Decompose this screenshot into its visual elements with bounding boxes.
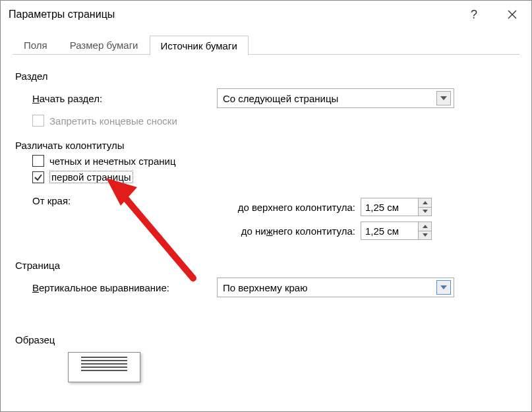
header-distance-value: 1,25 см <box>361 198 418 216</box>
chevron-down-icon <box>436 280 451 295</box>
header-distance-label: до верхнего колонтитула: <box>210 202 355 213</box>
valign-value: По верхнему краю <box>223 282 307 293</box>
footer-distance-spinner[interactable]: 1,25 см <box>361 221 432 240</box>
close-button[interactable] <box>493 1 531 28</box>
window-title: Параметры страницы <box>9 9 115 20</box>
titlebar-buttons: ? <box>455 1 531 28</box>
section-start-label: Начать раздел: <box>32 93 217 104</box>
group-headers-title: Различать колонтитулы <box>15 140 517 151</box>
header-distance-spinner[interactable]: 1,25 см <box>361 198 432 216</box>
spin-down-icon[interactable] <box>419 207 431 216</box>
odd-even-label: четных и нечетных страниц <box>49 156 176 167</box>
tab-margins[interactable]: Поля <box>13 35 59 55</box>
tab-paper-source[interactable]: Источник бумаги <box>150 36 249 55</box>
group-section-title: Раздел <box>15 71 517 82</box>
first-page-label: первой страницы <box>49 171 133 183</box>
suppress-endnotes-label: Запретить концевые сноски <box>49 115 177 127</box>
spin-down-icon[interactable] <box>419 231 431 240</box>
footer-distance-value: 1,25 см <box>361 222 418 239</box>
section-start-combo[interactable]: Со следующей страницы <box>217 88 454 108</box>
odd-even-checkbox[interactable] <box>32 155 44 167</box>
spin-up-icon[interactable] <box>419 198 431 207</box>
valign-label: Вертикальное выравнивание: <box>32 282 217 293</box>
footer-distance-label: до нижнего колонтитула: <box>210 225 355 237</box>
section-start-value: Со следующей страницы <box>223 93 338 104</box>
group-headers-footers: Различать колонтитулы четных и нечетных … <box>15 140 517 245</box>
tab-content: Раздел Начать раздел: Со следующей стран… <box>1 55 531 382</box>
group-page: Страница Вертикальное выравнивание: По в… <box>15 260 517 297</box>
tab-strip: Поля Размер бумаги Источник бумаги <box>1 31 531 55</box>
first-page-checkbox[interactable] <box>32 171 44 183</box>
suppress-endnotes-checkbox <box>32 115 44 127</box>
group-page-title: Страница <box>15 260 517 271</box>
group-sample: Образец <box>15 334 517 382</box>
valign-combo[interactable]: По верхнему краю <box>217 278 454 297</box>
from-edge-label: От края: <box>32 192 210 245</box>
chevron-down-icon <box>436 91 451 105</box>
sample-preview <box>68 352 140 382</box>
group-sample-title: Образец <box>15 334 517 345</box>
page-setup-dialog: Параметры страницы ? Поля Размер бумаги … <box>0 0 532 412</box>
help-button[interactable]: ? <box>455 1 493 28</box>
tab-paper-size[interactable]: Размер бумаги <box>59 35 150 55</box>
group-section: Раздел Начать раздел: Со следующей стран… <box>15 71 517 127</box>
titlebar: Параметры страницы ? <box>1 1 531 28</box>
spin-up-icon[interactable] <box>419 222 431 231</box>
